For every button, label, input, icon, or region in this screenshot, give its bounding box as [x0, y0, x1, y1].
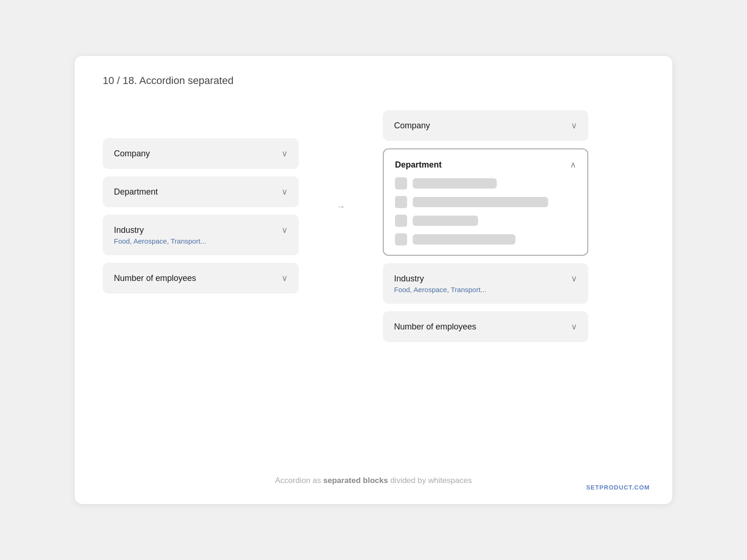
accordion-label-department-right: Department: [395, 160, 442, 170]
accordion-header-employees-right: Number of employees ∨: [394, 322, 577, 332]
skeleton-text-4: [413, 234, 515, 245]
brand-label: SETPRODUCT.COM: [586, 484, 650, 491]
accordion-sub-industry-right: Food, Aerospace, Transport...: [394, 286, 577, 294]
chevron-up-icon-department-right: ∧: [570, 160, 576, 170]
skeleton-text-1: [413, 178, 497, 189]
accordion-header-company-right: Company ∨: [394, 120, 577, 131]
accordion-label-industry-left: Industry: [114, 225, 144, 235]
right-accordion-column: Company ∨ Department ∧: [383, 110, 588, 342]
skeleton-row-2: [395, 196, 576, 208]
accordion-item-department-right[interactable]: Department ∧: [383, 148, 588, 256]
chevron-down-icon-employees-left: ∨: [282, 273, 288, 283]
chevron-down-icon-industry-left: ∨: [282, 225, 288, 235]
accordion-header-company-left: Company ∨: [114, 148, 288, 159]
skeleton-row-1: [395, 177, 576, 189]
main-card: 10 / 18. Accordion separated Company ∨ D…: [75, 56, 672, 504]
accordion-label-industry-right: Industry: [394, 274, 424, 284]
accordion-item-industry-right[interactable]: Industry ∨ Food, Aerospace, Transport...: [383, 263, 588, 304]
accordion-header-employees-left: Number of employees ∨: [114, 273, 288, 283]
skeleton-row-4: [395, 233, 576, 245]
accordion-label-company-left: Company: [114, 149, 150, 159]
arrow-icon: →: [336, 201, 345, 212]
chevron-down-icon-company-right: ∨: [571, 120, 577, 131]
chevron-down-icon-department-left: ∨: [282, 187, 288, 197]
accordion-header-department-right: Department ∧: [395, 160, 576, 170]
department-skeleton-list: [395, 177, 576, 245]
accordion-header-department-left: Department ∨: [114, 187, 288, 197]
accordion-sub-industry-left: Food, Aerospace, Transport...: [114, 237, 288, 245]
skeleton-checkbox-4: [395, 233, 407, 245]
accordion-header-industry-right: Industry ∨: [394, 273, 577, 284]
expand-arrow: →: [336, 201, 345, 212]
footer-caption: Accordion as separated blocks divided by…: [103, 476, 644, 485]
accordion-label-employees-right: Number of employees: [394, 322, 476, 332]
chevron-down-icon-employees-right: ∨: [571, 322, 577, 332]
accordion-label-employees-left: Number of employees: [114, 273, 196, 283]
skeleton-checkbox-2: [395, 196, 407, 208]
content-area: Company ∨ Department ∨ Industry ∨ Food, …: [103, 110, 644, 457]
page-title: 10 / 18. Accordion separated: [103, 75, 644, 87]
accordion-item-industry-left[interactable]: Industry ∨ Food, Aerospace, Transport...: [103, 215, 299, 255]
accordion-item-department-left[interactable]: Department ∨: [103, 176, 299, 207]
chevron-down-icon-company-left: ∨: [282, 148, 288, 159]
skeleton-checkbox-1: [395, 177, 407, 189]
skeleton-text-2: [413, 197, 548, 207]
accordion-header-industry-left: Industry ∨: [114, 225, 288, 235]
left-accordion-column: Company ∨ Department ∨ Industry ∨ Food, …: [103, 138, 299, 294]
accordion-label-department-left: Department: [114, 187, 158, 197]
skeleton-text-3: [413, 216, 478, 226]
chevron-down-icon-industry-right: ∨: [571, 273, 577, 284]
accordion-item-company-right[interactable]: Company ∨: [383, 110, 588, 141]
skeleton-checkbox-3: [395, 215, 407, 227]
accordion-item-employees-left[interactable]: Number of employees ∨: [103, 263, 299, 294]
accordion-label-company-right: Company: [394, 121, 430, 131]
arrow-area: →: [327, 201, 355, 212]
accordion-item-company-left[interactable]: Company ∨: [103, 138, 299, 169]
accordion-item-employees-right[interactable]: Number of employees ∨: [383, 311, 588, 342]
skeleton-row-3: [395, 215, 576, 227]
